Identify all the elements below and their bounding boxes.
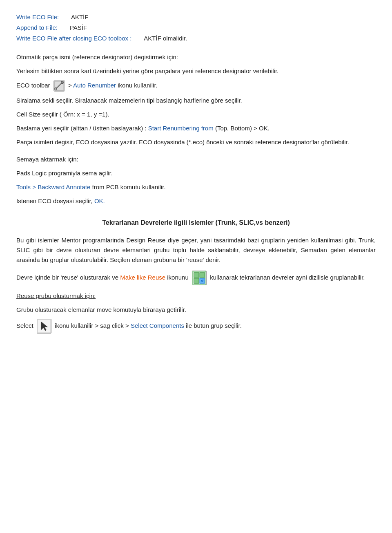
auto-renumber-icon: [53, 80, 65, 92]
write-eco-label: Write ECO File:: [16, 12, 59, 22]
section1-title: Otomatik parça ismi (reference designato…: [16, 52, 376, 62]
append-line: Append to File: PASİF: [16, 23, 376, 33]
make-like-reuse-icon: ↺: [192, 271, 207, 285]
reuse-title: Reuse grubu olusturmak için:: [16, 291, 376, 301]
section1-sub1: Yerlesim bittikten sonra kart üzerindeki…: [16, 66, 376, 76]
make-like-pre: Devre içinde bir 'reuse' olusturarak ve: [16, 274, 118, 281]
select-components-link[interactable]: Select Components: [131, 322, 184, 329]
tekrarlanan-title: Tekrarlanan Devrelerle ilgili Islemler (…: [16, 217, 376, 228]
tekrarlanan-section: Tekrarlanan Devrelerle ilgili Islemler (…: [16, 217, 376, 334]
make-like-para: Devre içinde bir 'reuse' olusturarak ve …: [16, 271, 376, 285]
tools-post: from PCB komutu kullanilir.: [92, 184, 166, 190]
istenen-ok-link[interactable]: OK.: [94, 197, 105, 204]
write-eco-line: Write ECO File: AKTİF: [16, 12, 376, 22]
write-eco-value: AKTİF: [71, 12, 89, 22]
semaya-title: Semaya aktarmak için:: [16, 155, 376, 164]
select-label: Select: [16, 322, 33, 329]
append-label: Append to File:: [16, 23, 58, 33]
write-close-line: Write ECO File after closing ECO toolbox…: [16, 34, 376, 43]
write-close-value: AKTİF olmalidir.: [144, 34, 187, 43]
baslama-text: Baslama yeri seçilir (alttan / üstten ba…: [16, 123, 376, 133]
parca-text: Parça isimleri degisir, ECO dosyasina ya…: [16, 137, 376, 147]
tools-pre: Tools >: [16, 184, 36, 190]
eco-toolbar-line: ECO toolbar > Auto Renumber ikonu kullan…: [16, 80, 376, 92]
istenen-label: Istenen ECO dosyasi seçilir,: [16, 197, 93, 204]
make-like-end: kullanarak tekrarlanan devreler ayni diz…: [210, 274, 365, 281]
select-line: Select ikonu kullanilir > sag click > Se…: [16, 319, 376, 334]
header-block: Write ECO File: AKTİF Append to File: PA…: [16, 12, 376, 43]
tools-link[interactable]: Backward Annotate: [38, 184, 90, 190]
auto-renumber-section: Otomatik parça ismi (reference designato…: [16, 52, 376, 147]
svg-text:↺: ↺: [201, 279, 204, 283]
tekrarlanan-para1: Bu gibi islemler Mentor programlarinda D…: [16, 235, 376, 265]
select-cursor-icon: [37, 319, 51, 334]
cell-size-text: Cell Size seçilir ( Örn: x = 1, y =1).: [16, 110, 376, 119]
svg-rect-7: [200, 272, 205, 277]
select-post: ikonu kullanilir > sag click >: [55, 322, 129, 329]
select-end: ile bütün grup seçilir.: [186, 322, 242, 329]
baslama-pre: Baslama yeri seçilir (alttan / üstten ba…: [16, 125, 146, 132]
semaya-section: Semaya aktarmak için: Pads Logic program…: [16, 155, 376, 206]
write-close-label: Write ECO File after closing ECO toolbox…: [16, 34, 131, 43]
start-renumbering-link[interactable]: Start Renumbering from: [148, 125, 214, 132]
istenen-text: Istenen ECO dosyasi seçilir, OK.: [16, 196, 376, 206]
eco-toolbar-post: > Auto Renumber ikonu kullanilir.: [68, 82, 158, 89]
pads-text: Pads Logic programiyla sema açilir.: [16, 168, 376, 178]
grubu-text: Grubu olusturacak elemanlar move komutuy…: [16, 305, 376, 315]
baslama-post: (Top, Bottom) > OK.: [215, 125, 270, 132]
svg-rect-6: [194, 272, 199, 277]
siralama-text: Siralama sekli seçilir. Siralanacak malz…: [16, 96, 376, 105]
eco-toolbar-label: ECO toolbar: [16, 82, 50, 89]
tools-text: Tools > Backward Annotate from PCB komut…: [16, 182, 376, 192]
append-value: PASİF: [70, 23, 87, 33]
svg-rect-8: [194, 278, 199, 283]
make-like-post: ikonunu: [167, 274, 189, 281]
make-like-link[interactable]: Make like Reuse: [120, 274, 165, 281]
